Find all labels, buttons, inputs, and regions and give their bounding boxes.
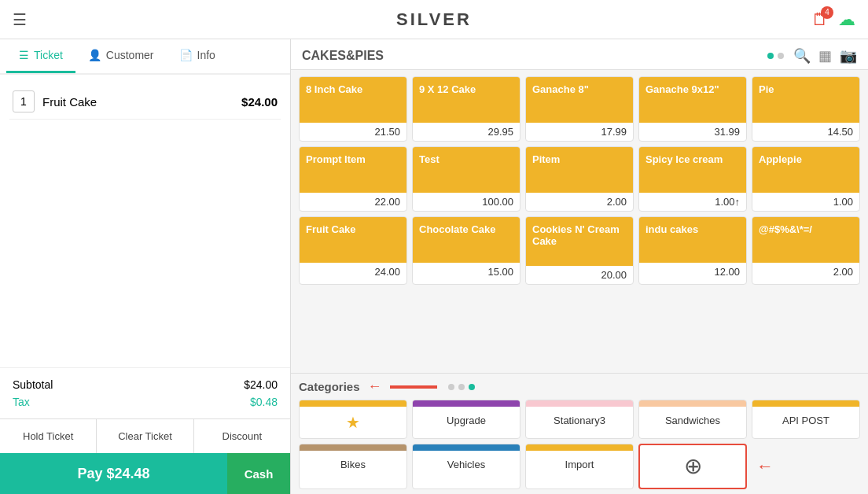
category-card[interactable]: API POST <box>752 400 860 439</box>
product-price: 31.99 <box>639 123 746 141</box>
product-card[interactable]: Test 100.00 <box>412 146 520 212</box>
products-section: 8 Inch Cake 21.50 9 X 12 Cake 29.95 Gana… <box>291 70 868 373</box>
product-card[interactable]: Ganache 8" 17.99 <box>525 76 634 142</box>
categories-label: Categories <box>299 380 360 393</box>
product-card[interactable]: @#$%&\*=/ 2.00 <box>752 216 860 285</box>
categories-pagination-dots <box>448 384 475 390</box>
ticket-tab-icon: ☰ <box>19 49 29 61</box>
cat-dot-1 <box>448 384 454 390</box>
customer-tab-icon: 👤 <box>88 49 101 61</box>
product-name: Chocolate Cake <box>413 217 520 263</box>
item-price: $24.00 <box>241 95 278 109</box>
product-card[interactable]: Prompt Item 22.00 <box>299 146 407 212</box>
camera-icon[interactable]: 📷 <box>840 47 857 65</box>
table-row[interactable]: 1 Fruit Cake $24.00 <box>9 84 281 120</box>
category-header: CAKES&PIES 🔍 ▦ 📷 <box>291 39 868 70</box>
product-name: Cookies N' Cream Cake <box>526 217 633 266</box>
product-name: Spicy Ice cream <box>639 147 746 193</box>
categories-section: Categories ← ★ Upgrade Stationary3 Sandw… <box>291 373 868 494</box>
product-price: 1.00↑ <box>639 193 746 211</box>
category-card[interactable]: Stationary3 <box>525 400 634 439</box>
category-label: API POST <box>752 407 859 434</box>
product-card[interactable]: Pie 14.50 <box>752 76 860 142</box>
product-name: Pie <box>752 77 859 123</box>
product-card[interactable]: Fruit Cake 24.00 <box>299 216 407 285</box>
category-title: CAKES&PIES <box>302 49 767 63</box>
product-card[interactable]: Cookies N' Cream Cake 20.00 <box>525 216 634 285</box>
tab-customer-label: Customer <box>106 49 154 61</box>
notification-icon[interactable]: 🗒 4 <box>811 9 829 30</box>
category-label: Sandwiches <box>639 407 746 434</box>
category-dots <box>767 53 784 59</box>
tab-info-label: Info <box>197 49 215 61</box>
subtotal-label: Subtotal <box>13 378 53 391</box>
categories-grid: ★ Upgrade Stationary3 Sandwiches API POS… <box>299 400 860 489</box>
tab-ticket[interactable]: ☰ Ticket <box>6 39 75 73</box>
product-price: 14.50 <box>752 123 859 141</box>
product-price: 21.50 <box>300 123 406 141</box>
tax-value: $0.48 <box>250 396 278 408</box>
category-card[interactable]: Bikes <box>299 444 407 489</box>
product-card[interactable]: 9 X 12 Cake 29.95 <box>412 76 520 142</box>
product-price: 20.00 <box>526 266 633 284</box>
product-card[interactable]: Chocolate Cake 15.00 <box>412 216 520 285</box>
cat-dot-2 <box>458 384 465 390</box>
left-panel: ☰ Ticket 👤 Customer 📄 Info 1 Fruit Cake … <box>0 39 291 494</box>
tab-info[interactable]: 📄 Info <box>167 39 228 73</box>
tab-customer[interactable]: 👤 Customer <box>75 39 167 73</box>
tax-row: Tax $0.48 <box>13 393 278 411</box>
add-arrow-icon: ← <box>756 456 774 477</box>
category-card[interactable]: Import <box>525 444 634 489</box>
category-card[interactable]: Vehicles <box>412 444 520 489</box>
product-name: 9 X 12 Cake <box>413 77 520 123</box>
product-name: Test <box>413 147 520 193</box>
menu-icon[interactable]: ☰ <box>13 10 27 29</box>
category-label: Vehicles <box>413 451 520 478</box>
arrow-line <box>390 385 437 389</box>
category-label: Upgrade <box>413 407 520 434</box>
product-card[interactable]: Applepie 1.00 <box>752 146 860 212</box>
tab-ticket-label: Ticket <box>34 49 63 61</box>
product-price: 15.00 <box>413 263 520 281</box>
dot-1 <box>767 53 774 59</box>
product-card[interactable]: Pitem 2.00 <box>525 146 634 212</box>
search-icon[interactable]: 🔍 <box>793 47 811 65</box>
product-card[interactable]: Ganache 9x12" 31.99 <box>638 76 747 142</box>
product-price: 12.00 <box>639 263 746 281</box>
product-card[interactable]: Spicy Ice cream 1.00↑ <box>638 146 747 212</box>
hold-ticket-button[interactable]: Hold Ticket <box>0 419 97 453</box>
categories-header: Categories ← <box>299 378 860 395</box>
cash-button[interactable]: Cash <box>227 453 290 494</box>
subtotal-value: $24.00 <box>244 378 278 391</box>
cloud-icon[interactable]: ☁ <box>838 9 855 30</box>
category-card[interactable]: Sandwiches <box>638 400 747 439</box>
main-content: ☰ Ticket 👤 Customer 📄 Info 1 Fruit Cake … <box>0 39 868 494</box>
category-card[interactable]: ★ <box>299 400 407 439</box>
clear-ticket-button[interactable]: Clear Ticket <box>97 419 193 453</box>
category-card[interactable]: Upgrade <box>412 400 520 439</box>
product-name: Fruit Cake <box>300 217 406 263</box>
right-panel: CAKES&PIES 🔍 ▦ 📷 8 Inch Cake 21.50 9 X 1… <box>291 39 868 494</box>
product-name: Prompt Item <box>300 147 406 193</box>
category-label: Bikes <box>300 451 406 478</box>
product-card[interactable]: indu cakes 12.00 <box>638 216 747 285</box>
barcode-icon[interactable]: ▦ <box>818 47 832 65</box>
discount-button[interactable]: Discount <box>194 419 290 453</box>
product-price: 29.95 <box>413 123 520 141</box>
pay-button[interactable]: Pay $24.48 <box>0 453 227 494</box>
category-label: Stationary3 <box>526 407 633 434</box>
app-title: SILVER <box>396 9 472 30</box>
plus-circle-icon: ⊕ <box>684 455 702 477</box>
product-card[interactable]: 8 Inch Cake 21.50 <box>299 76 407 142</box>
product-name: @#$%&\*=/ <box>752 217 859 263</box>
add-category-button[interactable]: ⊕ ← <box>638 444 747 489</box>
product-name: Pitem <box>526 147 633 193</box>
cat-dot-3 <box>469 384 475 390</box>
item-name: Fruit Cake <box>42 95 241 109</box>
product-name: 8 Inch Cake <box>300 77 406 123</box>
item-qty: 1 <box>13 90 35 112</box>
subtotal-row: Subtotal $24.00 <box>13 376 278 393</box>
product-price: 2.00 <box>752 263 859 281</box>
header-icons: 🗒 4 ☁ <box>811 9 855 30</box>
ticket-items: 1 Fruit Cake $24.00 <box>0 75 290 367</box>
